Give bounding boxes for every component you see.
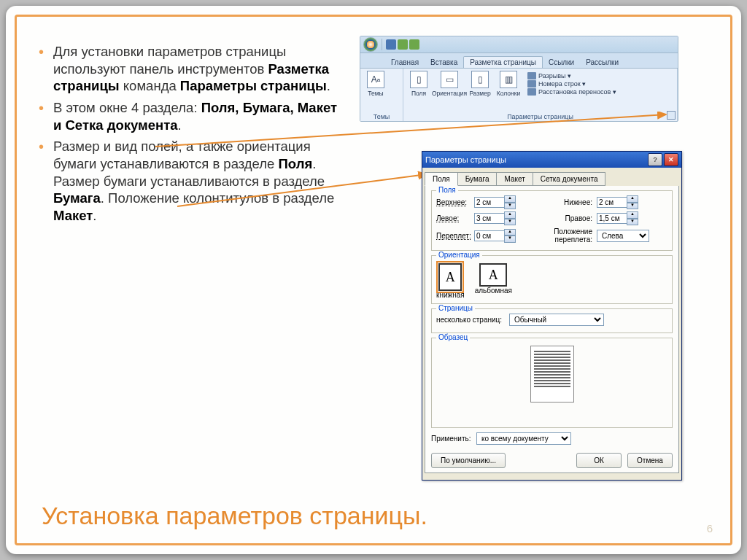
section-pages: Страницы несколько страниц: Обычный (431, 308, 673, 333)
text-bold: Поля (279, 156, 313, 171)
office-button-icon[interactable] (363, 37, 378, 52)
ok-button[interactable]: ОК (576, 453, 622, 468)
line-numbers-button[interactable]: Номера строк ▾ (527, 80, 616, 88)
orientation-landscape[interactable]: A альбомная (475, 263, 512, 299)
cancel-button[interactable]: Отмена (627, 453, 673, 468)
ribbon-group-themes: Aa Темы Темы (360, 69, 403, 121)
page-setup-dialog: Параметры страницы ? ✕ Поля Бумага Макет… (422, 151, 682, 481)
breaks-button[interactable]: Разрывы ▾ (527, 72, 616, 79)
close-button[interactable]: ✕ (664, 153, 678, 166)
margins-button[interactable]: ▯Поля (406, 71, 431, 109)
label: Размер (469, 90, 490, 97)
dialog-buttons: По умолчанию... ОК Отмена (431, 453, 673, 468)
apply-to-select[interactable]: ко всему документу (476, 432, 571, 445)
legend: Ориентация (436, 251, 482, 259)
label: Номера строк ▾ (538, 80, 586, 88)
label: книжная (436, 291, 465, 299)
slide-frame: Для установки параметров страницы исполь… (6, 6, 741, 554)
dialog-tabs: Поля Бумага Макет Сетка документа (422, 170, 681, 186)
section-preview: Образец (431, 338, 673, 428)
tab-mailings[interactable]: Рассылки (580, 57, 624, 68)
label: Поля (411, 90, 426, 97)
text-bold: Параметры страницы (180, 78, 327, 93)
tab-home[interactable]: Главная (385, 57, 425, 68)
page-preview (530, 346, 574, 402)
label-left: Левое: (436, 214, 474, 222)
tab-insert[interactable]: Вставка (425, 57, 463, 68)
dialog-launcher-icon[interactable] (667, 111, 676, 120)
text: Размер и вид полей, а также ориентация б… (53, 139, 311, 171)
tab-fields[interactable]: Поля (425, 172, 458, 186)
quick-access-toolbar (360, 36, 678, 53)
ribbon-body: Aa Темы Темы ▯Поля ▭Ориентация ▯Размер ▥… (360, 69, 678, 121)
bullet-2: В этом окне 4 раздела: Поля, Бумага, Мак… (39, 99, 341, 133)
orientation-icon: ▭ (441, 71, 458, 88)
line-numbers-icon (527, 80, 536, 88)
save-icon[interactable] (386, 39, 396, 50)
gutter-input[interactable]: ▲▼ (474, 229, 516, 243)
gutter-pos-select[interactable]: Слева (597, 230, 649, 242)
text: . (93, 208, 96, 223)
bullet-1: Для установки параметров страницы исполь… (39, 43, 341, 95)
group-label: Параметры страницы (403, 113, 677, 120)
text-bold: Бумага (53, 190, 101, 206)
label: Ориентация (432, 90, 467, 97)
text: . (327, 78, 330, 93)
size-icon: ▯ (471, 71, 489, 88)
portrait-icon: A (438, 263, 462, 291)
label-gutter-pos: Положение переплета: (516, 228, 597, 244)
help-button[interactable]: ? (648, 153, 662, 166)
left-margin-input[interactable]: ▲▼ (474, 211, 516, 225)
tab-layout[interactable]: Макет (496, 172, 533, 186)
legend: Образец (436, 333, 470, 341)
label: Разрывы ▾ (538, 72, 571, 79)
dialog-titlebar: Параметры страницы ? ✕ (422, 152, 681, 168)
label-gutter: Переплет: (436, 232, 474, 240)
slide-title: Установка параметров страницы. (42, 502, 427, 530)
group-label: Темы (360, 113, 403, 120)
columns-button[interactable]: ▥Колонки (494, 71, 523, 109)
themes-button[interactable]: Aa Темы (363, 71, 388, 109)
dialog-panel: Поля Верхнее: ▲▼ Нижнее: ▲▼ Левое: ▲▼ Пр… (425, 186, 679, 473)
label-multi-pages: несколько страниц: (436, 316, 509, 324)
section-margins: Поля Верхнее: ▲▼ Нижнее: ▲▼ Левое: ▲▼ Пр… (431, 190, 673, 251)
ribbon-group-page-setup: ▯Поля ▭Ориентация ▯Размер ▥Колонки Разры… (403, 69, 678, 121)
margins-icon: ▯ (410, 71, 427, 88)
orientation-button[interactable]: ▭Ориентация (433, 71, 466, 109)
legend: Страницы (436, 304, 475, 312)
tab-grid[interactable]: Сетка документа (533, 172, 606, 186)
label: Колонки (497, 90, 520, 97)
label: альбомная (475, 287, 512, 295)
right-margin-input[interactable]: ▲▼ (597, 211, 638, 225)
top-margin-input[interactable]: ▲▼ (474, 195, 516, 209)
page-number: 6 (707, 522, 713, 534)
text: . (178, 117, 182, 133)
themes-icon: Aa (367, 71, 384, 88)
legend: Поля (436, 186, 458, 194)
size-button[interactable]: ▯Размер (468, 71, 492, 109)
orientation-portrait[interactable]: A книжная (436, 263, 465, 299)
label-bottom: Нижнее: (516, 198, 597, 206)
landscape-icon: A (479, 263, 507, 287)
text-bold: Макет (53, 208, 93, 223)
undo-icon[interactable] (398, 39, 408, 50)
redo-icon[interactable] (409, 39, 419, 50)
default-button[interactable]: По умолчанию... (431, 453, 506, 468)
bottom-margin-input[interactable]: ▲▼ (597, 195, 638, 209)
bullet-list: Для установки параметров страницы исполь… (39, 43, 341, 229)
text: команда (120, 78, 180, 93)
label: Темы (368, 90, 383, 97)
tab-paper[interactable]: Бумага (457, 172, 498, 186)
label-apply-to: Применить: (431, 435, 476, 443)
section-orientation: Ориентация A книжная A альбомная (431, 255, 673, 304)
ribbon-tabs: Главная Вставка Разметка страницы Ссылки… (360, 53, 678, 69)
tab-page-layout[interactable]: Разметка страницы (463, 56, 543, 68)
dialog-title-text: Параметры страницы (425, 155, 506, 164)
hyphenation-button[interactable]: Расстановка переносов ▾ (527, 88, 616, 96)
multi-pages-select[interactable]: Обычный (509, 314, 604, 326)
label: Расстановка переносов ▾ (538, 88, 616, 96)
text: Для установки параметров страницы исполь… (53, 44, 286, 77)
hyphenation-icon (527, 88, 536, 96)
tab-references[interactable]: Ссылки (543, 57, 580, 68)
label-top: Верхнее: (436, 198, 474, 206)
